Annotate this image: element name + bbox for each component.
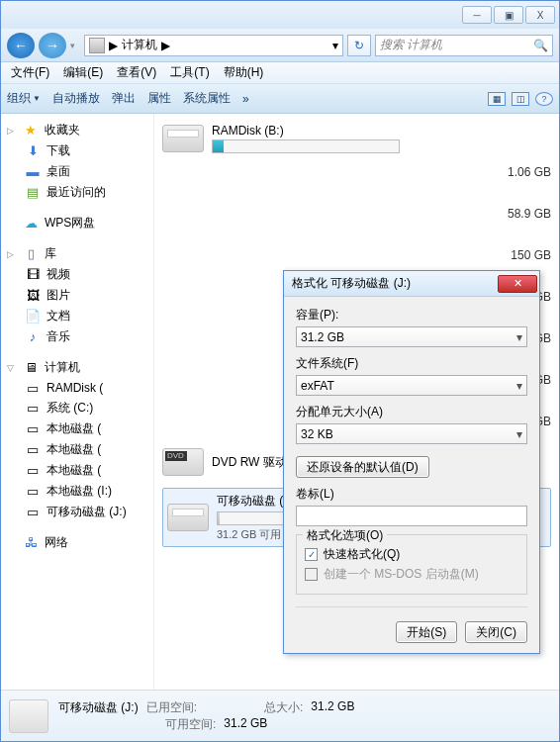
capacity-label: 容量(P): <box>296 307 527 324</box>
breadcrumb-sep: ▶ <box>109 39 118 52</box>
quick-format-checkbox[interactable]: ✓ 快速格式化(Q) <box>305 546 518 563</box>
status-used-label: 已用空间: <box>146 699 197 716</box>
menu-help[interactable]: 帮助(H) <box>218 62 270 83</box>
tool-autoplay[interactable]: 自动播放 <box>52 90 100 107</box>
status-total-label: 总大小: <box>264 699 303 716</box>
msdos-boot-checkbox: 创建一个 MS-DOS 启动盘(M) <box>305 566 518 583</box>
address-dropdown[interactable]: ▾ <box>332 39 338 52</box>
sidebar-drive-d[interactable]: ▭本地磁盘 ( <box>7 418 153 439</box>
sidebar-drive-f[interactable]: ▭本地磁盘 ( <box>7 460 153 481</box>
drive-icon <box>162 125 204 152</box>
sidebar-item-documents[interactable]: 📄文档 <box>7 306 153 326</box>
content-pane: RAMDisk (B:) 1.06 GB 58.9 GB 150 GB 390 … <box>154 114 559 690</box>
titlebar: ─ ▣ X <box>1 1 559 29</box>
sidebar-drive-e[interactable]: ▭本地磁盘 ( <box>7 439 153 460</box>
capacity-bar <box>212 139 400 153</box>
close-dialog-button[interactable]: 关闭(C) <box>465 621 527 643</box>
status-total-value: 31.2 GB <box>311 699 354 716</box>
format-options-group: 格式化选项(O) ✓ 快速格式化(Q) 创建一个 MS-DOS 启动盘(M) <box>296 534 527 595</box>
menu-view[interactable]: 查看(V) <box>111 62 162 83</box>
sidebar-drive-j[interactable]: ▭可移动磁盘 (J:) <box>7 502 153 522</box>
sidebar-item-music[interactable]: ♪音乐 <box>7 326 153 347</box>
search-icon: 🔍 <box>533 39 548 52</box>
drive-ramdisk[interactable]: RAMDisk (B:) <box>162 124 551 153</box>
sidebar-item-pictures[interactable]: 🖼图片 <box>7 285 153 306</box>
navbar: ← → ▾ ▶ 计算机 ▶ ▾ ↻ 搜索 计算机 🔍 <box>1 29 559 62</box>
view-icon[interactable]: ▦ <box>488 92 506 106</box>
sidebar-item-recent[interactable]: ▤最近访问的 <box>7 182 153 203</box>
format-dialog: 格式化 可移动磁盘 (J:) ✕ 容量(P): 31.2 GB 文件系统(F) … <box>283 270 540 654</box>
body: ▷★收藏夹 ⬇下载 ▬桌面 ▤最近访问的 ☁WPS网盘 ▷▯库 🎞视频 🖼图片 … <box>1 114 559 690</box>
forward-button[interactable]: → <box>39 33 66 58</box>
sidebar-computer[interactable]: ▽🖥计算机 <box>7 357 153 378</box>
menu-edit[interactable]: 编辑(E) <box>57 62 109 83</box>
drive-name: RAMDisk (B:) <box>212 124 551 138</box>
drive-row-2[interactable]: 1.06 GB <box>162 165 551 179</box>
restore-defaults-button[interactable]: 还原设备的默认值(D) <box>296 456 429 478</box>
menu-tools[interactable]: 工具(T) <box>164 62 215 83</box>
allocation-select[interactable]: 32 KB <box>296 423 527 444</box>
explorer-window: ─ ▣ X ← → ▾ ▶ 计算机 ▶ ▾ ↻ 搜索 计算机 🔍 文件(F) 编… <box>0 0 560 742</box>
allocation-label: 分配单元大小(A) <box>296 404 527 420</box>
status-free-label: 可用空间: <box>165 716 216 733</box>
dialog-close-button[interactable]: ✕ <box>498 275 537 293</box>
breadcrumb-sep2: ▶ <box>161 39 170 52</box>
close-button[interactable]: X <box>525 6 555 24</box>
history-dropdown[interactable]: ▾ <box>70 41 80 50</box>
filesystem-select[interactable]: exFAT <box>296 375 527 396</box>
tool-organize[interactable]: 组织▼ <box>7 90 41 107</box>
toolbar: 组织▼ 自动播放 弹出 属性 系统属性 » ▦ ◫ ? <box>1 84 559 114</box>
sidebar-drive-c[interactable]: ▭系统 (C:) <box>7 398 153 418</box>
checkbox-icon: ✓ <box>305 548 318 561</box>
start-button[interactable]: 开始(S) <box>396 621 457 643</box>
sidebar-item-downloads[interactable]: ⬇下载 <box>7 140 153 161</box>
tool-properties[interactable]: 属性 <box>147 90 171 107</box>
search-placeholder: 搜索 计算机 <box>380 37 442 53</box>
tool-system-properties[interactable]: 系统属性 <box>183 90 231 107</box>
statusbar: 可移动磁盘 (J:) 已用空间: 总大小: 31.2 GB 可用空间: 31.2… <box>1 690 559 741</box>
dialog-titlebar[interactable]: 格式化 可移动磁盘 (J:) ✕ <box>284 271 539 297</box>
volume-label-input[interactable] <box>296 506 527 526</box>
sidebar-drive-b[interactable]: ▭RAMDisk ( <box>7 378 153 398</box>
filesystem-label: 文件系统(F) <box>296 355 527 372</box>
status-free-value: 31.2 GB <box>224 716 267 733</box>
maximize-button[interactable]: ▣ <box>494 6 523 24</box>
status-drive-icon <box>9 699 48 733</box>
sidebar-network[interactable]: 🖧网络 <box>7 532 153 553</box>
menubar: 文件(F) 编辑(E) 查看(V) 工具(T) 帮助(H) <box>1 62 559 84</box>
drive-row-4[interactable]: 150 GB <box>162 248 551 262</box>
preview-pane-icon[interactable]: ◫ <box>512 92 529 106</box>
sidebar-favorites[interactable]: ▷★收藏夹 <box>7 120 153 140</box>
checkbox-icon <box>305 568 318 581</box>
sidebar: ▷★收藏夹 ⬇下载 ▬桌面 ▤最近访问的 ☁WPS网盘 ▷▯库 🎞视频 🖼图片 … <box>1 114 154 690</box>
computer-icon <box>89 38 105 53</box>
menu-file[interactable]: 文件(F) <box>5 62 55 83</box>
sidebar-wps[interactable]: ☁WPS网盘 <box>7 213 153 233</box>
back-button[interactable]: ← <box>7 33 35 58</box>
dialog-title: 格式化 可移动磁盘 (J:) <box>292 275 411 292</box>
sidebar-drive-i[interactable]: ▭本地磁盘 (I:) <box>7 481 153 502</box>
search-input[interactable]: 搜索 计算机 🔍 <box>375 35 553 56</box>
dvd-icon <box>162 448 204 476</box>
sidebar-libraries[interactable]: ▷▯库 <box>7 243 153 264</box>
minimize-button[interactable]: ─ <box>462 6 492 24</box>
drive-row-3[interactable]: 58.9 GB <box>162 207 551 221</box>
drive-icon <box>167 504 209 531</box>
refresh-button[interactable]: ↻ <box>347 35 371 56</box>
status-drive-name: 可移动磁盘 (J:) <box>58 699 139 716</box>
breadcrumb-computer[interactable]: 计算机 <box>122 37 157 53</box>
format-options-title: 格式化选项(O) <box>303 527 387 544</box>
sidebar-item-videos[interactable]: 🎞视频 <box>7 264 153 285</box>
tool-eject[interactable]: 弹出 <box>112 90 136 107</box>
address-bar[interactable]: ▶ 计算机 ▶ ▾ <box>84 35 343 56</box>
tool-more[interactable]: » <box>242 92 249 106</box>
help-icon[interactable]: ? <box>535 92 553 106</box>
capacity-select[interactable]: 31.2 GB <box>296 326 527 347</box>
sidebar-item-desktop[interactable]: ▬桌面 <box>7 161 153 182</box>
volume-label-label: 卷标(L) <box>296 486 527 503</box>
